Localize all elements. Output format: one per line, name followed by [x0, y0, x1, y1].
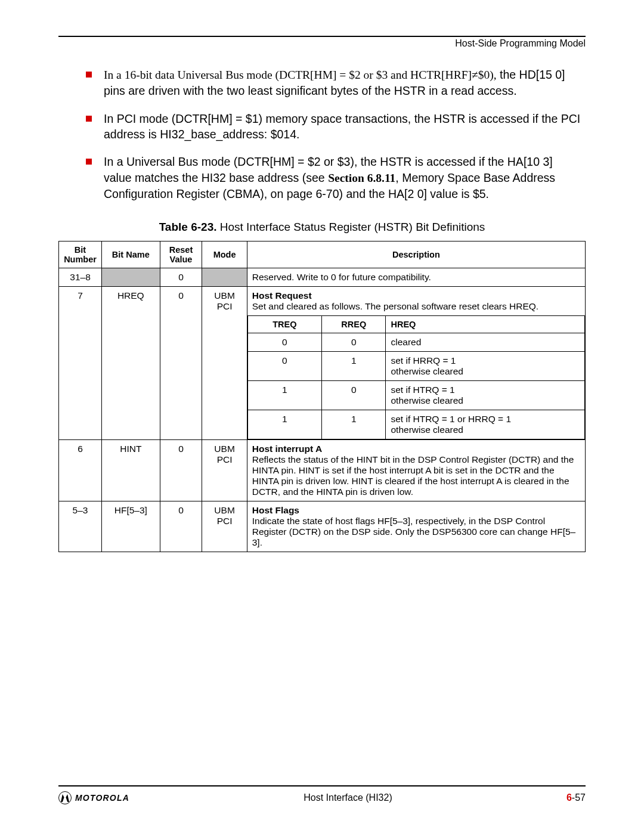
th-hreq: HREQ	[386, 316, 585, 333]
cell-name: HREQ	[102, 287, 160, 440]
table-row: 31–8 0 Reserved. Write to 0 for future c…	[59, 268, 586, 287]
th-name: Bit Name	[102, 241, 160, 268]
cell: set if HRRQ = 1 otherwise cleared	[386, 352, 585, 381]
hreq-inner-table: TREQ RREQ HREQ 0 0 cleared 0 1 set if HR…	[247, 315, 585, 439]
inner-row: 0 0 cleared	[247, 333, 584, 352]
desc-body: Reflects the status of the HINT bit in t…	[252, 454, 574, 497]
inner-row: 1 0 set if HTRQ = 1 otherwise cleared	[247, 381, 584, 410]
cell-reset: 0	[160, 268, 202, 287]
bullet-icon	[86, 116, 92, 122]
cell-desc: Host Flags Indicate the state of host fl…	[247, 501, 585, 552]
th-reset: Reset Value	[160, 241, 202, 268]
list-item: In a 16-bit data Universal Bus mode (DCT…	[86, 67, 582, 99]
header-rule	[58, 36, 586, 37]
desc-title: Host Request	[252, 290, 312, 301]
cell-mode: UBM PCI	[202, 440, 247, 501]
running-header: Host-Side Programming Model	[58, 38, 586, 49]
cell: 1	[322, 410, 386, 439]
cell: set if HTRQ = 1 otherwise cleared	[386, 381, 585, 410]
cell-name: HF[5–3]	[102, 501, 160, 552]
cell-name: HINT	[102, 440, 160, 501]
inner-table-cell: TREQ RREQ HREQ 0 0 cleared 0 1 set if HR…	[247, 316, 585, 440]
cell-mode: UBM PCI	[202, 287, 247, 440]
bullet-icon	[86, 72, 92, 78]
cell: 0	[247, 352, 321, 381]
cell: set if HTRQ = 1 or HRRQ = 1 otherwise cl…	[386, 410, 585, 439]
table-label: Table 6-23.	[159, 221, 217, 233]
brand-text: MOTOROLA	[75, 793, 129, 803]
section-ref: Section 6.8.11	[328, 172, 395, 184]
desc-title: Host interrupt A	[252, 444, 322, 454]
cell-desc: Host interrupt A Reflects the status of …	[247, 440, 585, 501]
cell-mode: UBM PCI	[202, 501, 247, 552]
footer-rule	[58, 785, 586, 786]
cell-reset: 0	[160, 501, 202, 552]
inner-row: 1 1 set if HTRQ = 1 or HRRQ = 1 otherwis…	[247, 410, 584, 439]
bullet-lead-serif: In a 16-bit data Universal Bus mode (DCT…	[104, 69, 497, 81]
footer-center: Host Interface (HI32)	[304, 792, 392, 803]
table-row: 7 HREQ 0 UBM PCI Host Request Set and cl…	[59, 287, 586, 316]
cell-desc: Reserved. Write to 0 for future compatib…	[247, 268, 585, 287]
desc-body: Set and cleared as follows. The personal…	[252, 301, 538, 311]
table-title: Host Interface Status Register (HSTR) Bi…	[216, 221, 485, 233]
cell: 1	[247, 410, 321, 439]
cell-reset: 0	[160, 440, 202, 501]
cell-reset: 0	[160, 287, 202, 440]
cell: 1	[247, 381, 321, 410]
cell-mode	[202, 268, 247, 287]
cell-bit: 5–3	[59, 501, 102, 552]
cell-bit: 31–8	[59, 268, 102, 287]
cell-bit: 7	[59, 287, 102, 440]
cell-name	[102, 268, 160, 287]
motorola-icon	[58, 791, 72, 804]
cell: 0	[322, 333, 386, 352]
table-row: 5–3 HF[5–3] 0 UBM PCI Host Flags Indicat…	[59, 501, 586, 552]
list-item: In PCI mode (DCTR[HM] = $1) memory space…	[86, 111, 582, 143]
cell: cleared	[386, 333, 585, 352]
bullet-text: In PCI mode (DCTR[HM] = $1) memory space…	[104, 111, 582, 143]
inner-row: 0 1 set if HRRQ = 1 otherwise cleared	[247, 352, 584, 381]
cell-bit: 6	[59, 440, 102, 501]
cell: 1	[322, 352, 386, 381]
brand-logo: MOTOROLA	[58, 791, 129, 804]
hstr-table: Bit Number Bit Name Reset Value Mode Des…	[58, 241, 586, 552]
th-rreq: RREQ	[322, 316, 386, 333]
page-number: 6-57	[566, 792, 586, 803]
cell-desc: Host Request Set and cleared as follows.…	[247, 287, 585, 316]
cell: 0	[322, 381, 386, 410]
desc-title: Host Flags	[252, 505, 299, 515]
desc-body: Indicate the state of host flags HF[5–3]…	[252, 516, 575, 547]
list-item: In a Universal Bus mode (DCTR[HM] = $2 o…	[86, 154, 582, 202]
bullet-icon	[86, 159, 92, 165]
bullet-list: In a 16-bit data Universal Bus mode (DCT…	[86, 67, 582, 202]
th-treq: TREQ	[247, 316, 321, 333]
table-caption: Table 6-23. Host Interface Status Regist…	[58, 221, 586, 234]
page-footer: MOTOROLA Host Interface (HI32) 6-57	[58, 785, 586, 804]
th-bit: Bit Number	[59, 241, 102, 268]
table-row: 6 HINT 0 UBM PCI Host interrupt A Reflec…	[59, 440, 586, 501]
th-desc: Description	[247, 241, 585, 268]
cell: 0	[247, 333, 321, 352]
th-mode: Mode	[202, 241, 247, 268]
